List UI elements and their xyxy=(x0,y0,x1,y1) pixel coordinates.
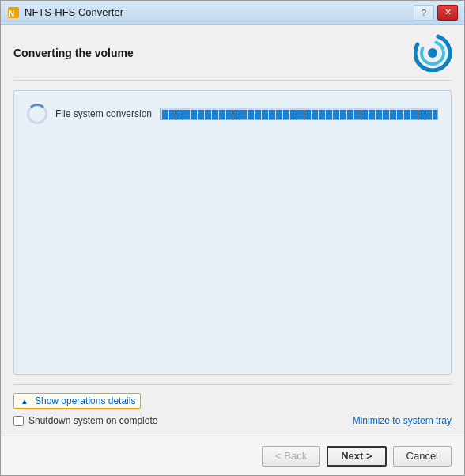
progress-label: File system conversion xyxy=(55,108,152,119)
progress-segment xyxy=(269,110,275,119)
progress-segment xyxy=(333,110,339,119)
progress-segment xyxy=(283,110,289,119)
progress-segment xyxy=(198,110,204,119)
progress-segment xyxy=(354,110,361,119)
page-title: Converting the volume xyxy=(13,47,134,59)
minimize-link[interactable]: Minimize to system tray xyxy=(353,415,452,426)
progress-segment xyxy=(262,110,268,119)
svg-point-4 xyxy=(428,48,437,58)
svg-text:N: N xyxy=(9,9,14,18)
progress-segments xyxy=(161,108,438,119)
app-icon: N xyxy=(7,6,20,19)
progress-segment xyxy=(361,110,368,119)
progress-container: File system conversion xyxy=(13,90,452,375)
progress-row: File system conversion xyxy=(27,104,438,124)
progress-segment xyxy=(404,110,410,119)
header-section: Converting the volume xyxy=(13,34,452,81)
back-button[interactable]: < Back xyxy=(262,446,320,467)
cancel-button[interactable]: Cancel xyxy=(393,446,452,467)
progress-segment xyxy=(369,110,375,119)
progress-segment xyxy=(219,110,225,119)
progress-segment xyxy=(297,110,304,119)
progress-segment xyxy=(290,110,297,119)
progress-segment xyxy=(205,110,211,119)
progress-segment xyxy=(411,110,418,119)
shutdown-row: Shutdown system on complete Minimize to … xyxy=(13,415,452,426)
progress-segment xyxy=(340,110,346,119)
window-title: NFTS-HFS Converter xyxy=(25,6,123,18)
progress-segment xyxy=(312,110,318,119)
progress-segment xyxy=(191,110,197,119)
progress-segment xyxy=(233,110,240,119)
progress-segment xyxy=(176,110,183,119)
progress-segment xyxy=(347,110,353,119)
progress-segment xyxy=(319,110,325,119)
content-area: Converting the volume File system conver… xyxy=(1,25,464,436)
progress-segment xyxy=(304,110,311,119)
spinner-icon xyxy=(27,104,47,124)
show-details-label: Show operations details xyxy=(35,395,135,406)
progress-segment xyxy=(226,110,232,119)
title-bar-buttons: ? ✕ xyxy=(414,5,458,21)
progress-segment xyxy=(169,110,176,119)
title-bar: N NFTS-HFS Converter ? ✕ xyxy=(1,1,464,25)
show-details-button[interactable]: ▲ Show operations details xyxy=(13,393,141,409)
progress-segment xyxy=(390,110,396,119)
footer-bar: < Back Next > Cancel xyxy=(1,436,464,475)
converter-icon xyxy=(414,34,452,72)
progress-segment xyxy=(276,110,282,119)
close-button[interactable]: ✕ xyxy=(437,5,458,21)
shutdown-checkbox[interactable] xyxy=(13,416,24,426)
progress-segment xyxy=(433,110,438,119)
progress-segment xyxy=(397,110,403,119)
progress-bar xyxy=(160,108,438,120)
progress-segment xyxy=(248,110,254,119)
title-bar-left: N NFTS-HFS Converter xyxy=(7,6,123,19)
help-button[interactable]: ? xyxy=(414,5,434,21)
next-button[interactable]: Next > xyxy=(327,446,386,467)
shutdown-label: Shutdown system on complete xyxy=(28,415,157,426)
progress-segment xyxy=(425,110,432,119)
progress-segment xyxy=(255,110,261,119)
progress-segment xyxy=(326,110,332,119)
progress-segment xyxy=(183,110,190,119)
progress-segment xyxy=(212,110,218,119)
bottom-section: ▲ Show operations details Shutdown syste… xyxy=(13,384,452,426)
progress-segment xyxy=(418,110,425,119)
progress-segment xyxy=(240,110,247,119)
chevron-up-icon: ▲ xyxy=(19,395,30,406)
progress-segment xyxy=(162,110,168,119)
main-window: N NFTS-HFS Converter ? ✕ Converting the … xyxy=(0,0,465,476)
progress-segment xyxy=(376,110,382,119)
progress-segment xyxy=(383,110,389,119)
